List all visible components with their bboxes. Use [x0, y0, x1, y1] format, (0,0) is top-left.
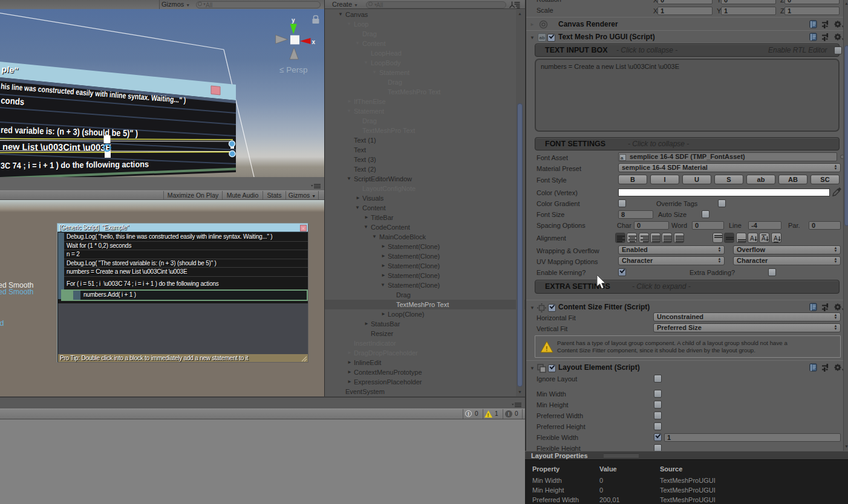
svg-text:≤ Persp: ≤ Persp: [279, 65, 307, 74]
svg-text:a: a: [621, 155, 624, 160]
svg-text:!: !: [488, 412, 489, 418]
svg-text:conds: conds: [1, 95, 25, 107]
svg-text:ab: ab: [540, 35, 545, 40]
svg-text:A: A: [762, 235, 766, 242]
svg-text:y: y: [292, 17, 295, 24]
svg-text:ple": ple": [1, 64, 19, 76]
svg-text:A: A: [774, 235, 778, 242]
svg-text:!: !: [546, 345, 548, 352]
svg-text:x: x: [312, 39, 316, 45]
svg-text:3C 74 ; i = i + 1 ) do the fol: 3C 74 ; i = i + 1 ) do the following act…: [1, 159, 149, 170]
svg-text:A: A: [750, 235, 754, 242]
